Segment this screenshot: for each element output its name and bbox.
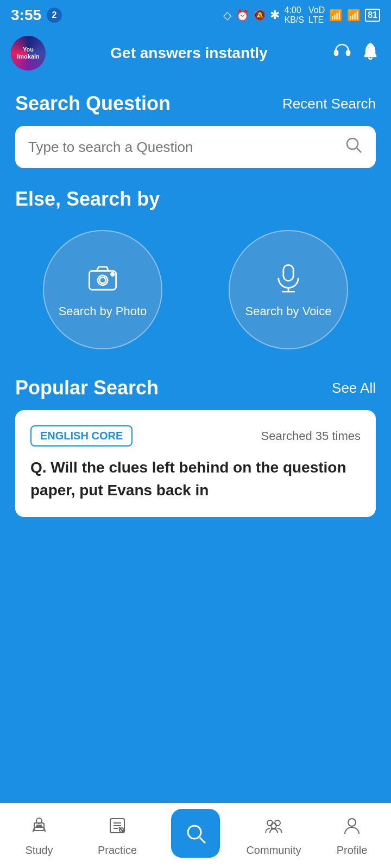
community-label: Community xyxy=(246,844,301,857)
search-header-row: Search Question Recent Search xyxy=(15,92,376,115)
nav-item-practice[interactable]: Practice xyxy=(78,815,156,857)
subject-badge: ENGLISH CORE xyxy=(30,425,133,446)
svg-line-21 xyxy=(200,838,205,843)
avatar-image: YouImokain xyxy=(11,36,46,71)
nav-item-profile[interactable]: Profile xyxy=(313,815,391,857)
notification-badge: 2 xyxy=(47,8,62,23)
search-by-photo-label: Search by Photo xyxy=(59,304,147,318)
search-by-photo-button[interactable]: Search by Photo xyxy=(43,230,162,349)
else-search-title: Else, Search by xyxy=(15,188,376,210)
nav-item-community[interactable]: Community xyxy=(235,815,313,857)
svg-line-3 xyxy=(357,148,361,152)
signal-icon: 📶 xyxy=(329,9,343,22)
svg-rect-8 xyxy=(283,265,293,280)
svg-point-7 xyxy=(111,273,114,276)
header-title: Get answers instantly xyxy=(54,44,324,62)
avatar-text: YouImokain xyxy=(17,46,40,60)
svg-point-2 xyxy=(347,138,358,149)
water-drop-icon: ◇ xyxy=(223,9,231,22)
app-header: YouImokain Get answers instantly xyxy=(0,30,391,81)
see-all-link[interactable]: See All xyxy=(332,380,376,397)
mute-icon: 🔕 xyxy=(254,9,266,21)
search-by-voice-button[interactable]: Search by Voice xyxy=(229,230,348,349)
avatar[interactable]: YouImokain xyxy=(11,36,46,71)
svg-rect-1 xyxy=(346,50,350,55)
bluetooth-icon: ✱ xyxy=(270,8,280,22)
card-top-row: ENGLISH CORE Searched 35 times xyxy=(30,425,361,446)
recent-search-link[interactable]: Recent Search xyxy=(282,95,376,112)
search-input[interactable] xyxy=(28,139,344,156)
search-question-title: Search Question xyxy=(15,92,171,115)
nav-item-study[interactable]: Study xyxy=(0,815,78,857)
practice-icon xyxy=(107,815,128,841)
svg-point-23 xyxy=(275,820,280,826)
svg-point-6 xyxy=(100,277,106,283)
status-bar: 3:55 2 ◇ ⏰ 🔕 ✱ 4:00KB/S VoDLTE 📶 📶 81 xyxy=(0,0,391,30)
search-by-voice-label: Search by Voice xyxy=(245,304,332,318)
bell-icon[interactable] xyxy=(361,41,380,65)
popular-search-title: Popular Search xyxy=(15,376,159,399)
battery-icon: 81 xyxy=(365,9,380,22)
profile-icon xyxy=(342,815,362,841)
svg-rect-0 xyxy=(335,50,338,55)
practice-label: Practice xyxy=(98,844,137,857)
header-action-icons xyxy=(332,41,380,65)
mic-icon xyxy=(271,261,306,298)
svg-point-22 xyxy=(267,820,273,826)
community-icon xyxy=(263,815,284,841)
nav-item-search[interactable] xyxy=(156,809,235,863)
svg-point-20 xyxy=(188,826,201,839)
search-center-button[interactable] xyxy=(171,809,220,858)
svg-point-24 xyxy=(271,823,276,828)
bottom-nav: Study Practice xyxy=(0,803,391,868)
svg-point-25 xyxy=(348,819,356,826)
question-text: Q. Will the clues left behind on the que… xyxy=(30,456,361,502)
data-speed: 4:00KB/S xyxy=(284,5,304,24)
search-submit-icon[interactable] xyxy=(344,136,363,158)
headset-icon[interactable] xyxy=(332,41,352,65)
signal2-icon: 📶 xyxy=(347,9,361,22)
search-options: Search by Photo Search by Voice xyxy=(15,230,376,349)
study-label: Study xyxy=(25,844,53,857)
search-count: Searched 35 times xyxy=(261,429,361,443)
volte-icon: VoDLTE xyxy=(308,5,325,24)
profile-label: Profile xyxy=(337,844,368,857)
main-content: Search Question Recent Search Else, Sear… xyxy=(0,81,391,528)
study-icon xyxy=(29,815,49,841)
popular-search-header: Popular Search See All xyxy=(15,376,376,399)
camera-icon xyxy=(85,261,120,298)
popular-search-card[interactable]: ENGLISH CORE Searched 35 times Q. Will t… xyxy=(15,410,376,517)
alarm-icon: ⏰ xyxy=(236,9,249,22)
status-icons: ◇ ⏰ 🔕 ✱ 4:00KB/S VoDLTE 📶 📶 81 xyxy=(223,5,380,24)
status-time: 3:55 xyxy=(11,7,41,24)
search-input-container[interactable] xyxy=(15,126,376,168)
